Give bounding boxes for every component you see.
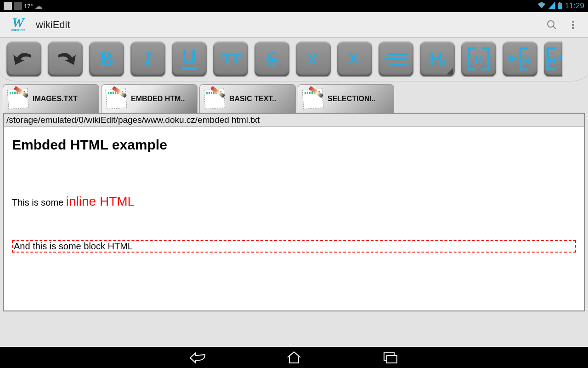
svg-rect-9 — [387, 356, 397, 363]
overflow-icon — [572, 21, 574, 29]
svg-rect-0 — [559, 2, 560, 3]
svg-text:H: H — [522, 55, 530, 66]
svg-line-4 — [553, 26, 556, 29]
heading-left-button[interactable]: H — [503, 41, 537, 76]
app-logo-glyph: W — [12, 17, 24, 28]
document-icon — [303, 89, 323, 109]
content-heading: Embded HTML example — [12, 137, 576, 153]
tab-selection[interactable]: SELECTIONI.. — [298, 84, 394, 113]
content-text: This is some — [12, 197, 66, 207]
notification-icon — [14, 2, 22, 10]
svg-rect-2 — [558, 5, 562, 9]
bold-icon: B — [100, 47, 113, 71]
notification-icon — [4, 2, 12, 10]
android-status-bar: 17° ☁ 11:29 — [0, 0, 588, 12]
strikethrough-icon: S — [266, 47, 277, 71]
android-nav-bar — [0, 347, 588, 368]
heading-button[interactable]: HI — [420, 41, 455, 76]
tab-label: SELECTIONI.. — [328, 95, 376, 103]
heading-icon: HI — [430, 49, 445, 69]
italic-icon: I — [144, 47, 152, 71]
monospace-button[interactable]: TT — [213, 41, 248, 76]
subscript-button[interactable]: XI — [337, 41, 372, 76]
status-clock: 11:29 — [565, 1, 584, 11]
battery-icon — [558, 2, 562, 11]
heading-brackets-button[interactable]: H — [461, 41, 496, 76]
tab-images[interactable]: IMAGES.TXT — [3, 84, 99, 113]
undo-icon — [12, 51, 35, 67]
file-path: /storage/emulated/0/wikiEdit/pages/www.d… — [3, 113, 585, 126]
home-icon — [286, 351, 302, 364]
subscript-icon: XI — [349, 51, 360, 68]
document-preview[interactable]: Embded HTML example This is some inline … — [3, 126, 585, 311]
back-icon — [188, 351, 207, 364]
align-button[interactable] — [379, 41, 413, 76]
undo-button[interactable] — [6, 41, 41, 76]
format-toolbar: B I U TT S XI XI HI H H — [0, 38, 588, 81]
content-line-inline: This is some inline HTML — [12, 194, 576, 209]
heading-brackets-icon: H — [466, 47, 491, 70]
superscript-button[interactable]: XI — [296, 41, 331, 76]
weather-cloud-icon: ☁ — [35, 2, 42, 11]
heading-left-icon: H — [508, 47, 532, 70]
bold-button[interactable]: B — [89, 41, 124, 76]
recent-apps-icon — [382, 351, 399, 364]
superscript-icon: XI — [308, 51, 319, 67]
content-inline-html: inline HTML — [66, 194, 135, 208]
tab-embedded-html[interactable]: EMBDED HTM.. — [101, 84, 198, 113]
nav-recent-button[interactable] — [379, 350, 402, 365]
redo-button[interactable] — [48, 41, 83, 76]
app-logo[interactable]: W wikiEdit — [5, 16, 31, 34]
italic-button[interactable]: I — [130, 41, 165, 76]
wifi-icon — [537, 2, 546, 10]
redo-icon — [54, 51, 77, 67]
content-block-html: And this is some block HTML — [12, 240, 576, 253]
status-temperature: 17° — [24, 3, 33, 10]
monospace-icon: TT — [222, 50, 239, 68]
tab-basic-text[interactable]: BASIC TEXT.. — [199, 84, 296, 113]
svg-text:H: H — [475, 53, 483, 67]
underline-button[interactable]: U — [172, 41, 207, 76]
align-icon — [384, 53, 408, 65]
document-icon — [8, 89, 28, 109]
status-notifications: 17° ☁ — [4, 2, 537, 11]
svg-point-3 — [548, 21, 554, 27]
app-title: wikiEdit — [36, 19, 541, 31]
dropdown-corner-icon — [447, 68, 453, 75]
heading-right-button[interactable]: H — [544, 41, 562, 76]
svg-text:H: H — [548, 55, 556, 66]
underline-icon: U — [182, 48, 197, 70]
heading-right-icon: H — [544, 47, 562, 70]
tab-label: BASIC TEXT.. — [229, 95, 276, 103]
strikethrough-button[interactable]: S — [254, 41, 289, 76]
document-icon — [204, 89, 225, 109]
overflow-menu-button[interactable] — [562, 14, 583, 35]
document-tabs: IMAGES.TXT EMBDED HTM.. BASIC TEXT.. SEL… — [0, 81, 588, 113]
app-logo-subtext: wikiEdit — [11, 28, 25, 32]
nav-back-button[interactable] — [186, 350, 209, 365]
nav-home-button[interactable] — [283, 350, 305, 365]
document-icon — [106, 89, 126, 109]
tab-label: EMBDED HTM.. — [131, 95, 185, 103]
search-icon — [546, 19, 557, 30]
action-bar: W wikiEdit wikiEdit — [0, 12, 588, 38]
signal-icon — [548, 2, 555, 10]
tab-label: IMAGES.TXT — [33, 95, 78, 103]
search-button[interactable] — [541, 14, 562, 35]
